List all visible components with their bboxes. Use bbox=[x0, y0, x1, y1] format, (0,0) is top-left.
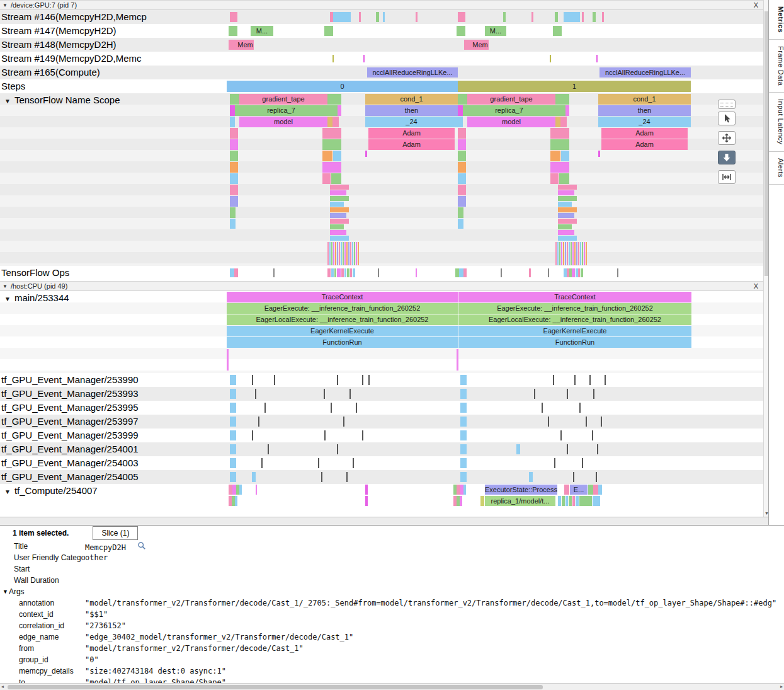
trace-slice[interactable] bbox=[261, 458, 263, 468]
trace-slice[interactable] bbox=[346, 472, 348, 482]
trace-slice[interactable] bbox=[531, 12, 533, 22]
trace-slice[interactable] bbox=[318, 458, 319, 468]
trace-slice[interactable]: M... bbox=[485, 26, 506, 36]
trace-slice[interactable] bbox=[330, 207, 349, 212]
trace-slice[interactable] bbox=[582, 12, 584, 22]
trace-slice[interactable]: EagerKernelExecute bbox=[458, 326, 691, 336]
collapse-arrow-icon[interactable]: ▼ bbox=[4, 296, 11, 302]
trace-slice[interactable] bbox=[363, 55, 365, 62]
trace-slice[interactable] bbox=[576, 496, 579, 506]
trace-slice[interactable] bbox=[350, 242, 351, 265]
cpu-section-header[interactable]: ▼ /host:CPU (pid 49) X bbox=[0, 281, 763, 291]
trace-slice[interactable]: ExecutorState::Process bbox=[485, 485, 557, 495]
trace-slice[interactable] bbox=[550, 55, 551, 62]
trace-slice[interactable] bbox=[597, 444, 598, 454]
trace-slice[interactable] bbox=[460, 417, 467, 427]
trace-slice[interactable] bbox=[458, 173, 466, 184]
trace-slice[interactable]: model bbox=[467, 117, 555, 127]
timeline-track[interactable] bbox=[156, 52, 763, 66]
trace-slice[interactable] bbox=[458, 117, 463, 127]
trace-slice[interactable] bbox=[564, 12, 580, 22]
trace-slice[interactable] bbox=[230, 94, 239, 105]
trace-slice[interactable]: EagerExecute: __inference_train_function… bbox=[227, 303, 458, 314]
trace-slice[interactable]: ncclAllReduceRingLLKe... bbox=[599, 67, 691, 78]
trace-slice[interactable] bbox=[565, 496, 568, 506]
trace-slice[interactable] bbox=[558, 190, 574, 195]
trace-slice[interactable] bbox=[460, 375, 467, 385]
trace-slice[interactable] bbox=[344, 242, 346, 265]
trace-slice[interactable] bbox=[235, 496, 237, 506]
trace-slice[interactable] bbox=[343, 242, 344, 265]
trace-slice[interactable] bbox=[589, 375, 591, 385]
trace-slice[interactable] bbox=[333, 151, 341, 161]
trace-slice[interactable] bbox=[329, 242, 331, 265]
trace-slice[interactable] bbox=[458, 185, 466, 195]
trace-slice[interactable] bbox=[331, 403, 332, 413]
trace-slice[interactable] bbox=[268, 444, 269, 454]
trace-slice[interactable] bbox=[356, 403, 357, 413]
trace-slice[interactable] bbox=[322, 173, 331, 184]
timeline-track[interactable] bbox=[156, 456, 763, 470]
trace-slice[interactable] bbox=[324, 430, 326, 440]
trace-slice[interactable] bbox=[586, 417, 587, 427]
trace-slice[interactable] bbox=[550, 128, 569, 139]
trace-slice[interactable] bbox=[601, 417, 602, 427]
trace-slice[interactable] bbox=[322, 128, 341, 139]
trace-slice[interactable] bbox=[327, 268, 331, 277]
trace-slice[interactable] bbox=[501, 268, 502, 277]
trace-slice[interactable] bbox=[330, 230, 346, 235]
trace-slice[interactable] bbox=[578, 242, 579, 265]
trace-slice[interactable] bbox=[529, 472, 533, 482]
trace-slice[interactable] bbox=[565, 242, 566, 265]
trace-slice[interactable]: EagerLocalExecute: __inference_train_fun… bbox=[458, 314, 691, 325]
scroll-left-arrow-icon[interactable]: ◂ bbox=[1, 684, 4, 690]
trace-slice[interactable] bbox=[457, 26, 465, 36]
trace-slice[interactable] bbox=[331, 268, 334, 277]
trace-slice[interactable] bbox=[337, 375, 338, 385]
trace-slice[interactable] bbox=[350, 268, 352, 277]
trace-slice[interactable] bbox=[365, 151, 367, 157]
trace-slice[interactable]: Mem bbox=[237, 40, 254, 50]
trace-slice[interactable] bbox=[252, 472, 256, 482]
trace-slice[interactable] bbox=[558, 196, 577, 201]
trace-slice[interactable] bbox=[588, 485, 593, 495]
trace-slice[interactable] bbox=[559, 242, 560, 265]
trace-slice[interactable]: M... bbox=[251, 26, 273, 36]
trace-slice[interactable] bbox=[458, 162, 466, 173]
trace-slice[interactable] bbox=[558, 202, 572, 207]
trace-slice[interactable] bbox=[229, 26, 237, 36]
timeline-track[interactable] bbox=[156, 266, 763, 280]
trace-slice[interactable] bbox=[572, 496, 575, 506]
trace-slice[interactable] bbox=[330, 236, 349, 241]
trace-slice[interactable] bbox=[338, 105, 341, 116]
trace-slice[interactable] bbox=[330, 190, 346, 195]
trace-slice[interactable] bbox=[548, 268, 549, 277]
trace-slice[interactable] bbox=[569, 496, 572, 506]
timing-tool-button[interactable] bbox=[718, 170, 736, 184]
trace-slice[interactable] bbox=[230, 196, 238, 207]
timeline-track[interactable]: 01 bbox=[156, 79, 763, 93]
trace-slice[interactable] bbox=[592, 430, 593, 440]
trace-slice[interactable] bbox=[376, 12, 379, 22]
trace-slice[interactable] bbox=[230, 117, 235, 127]
trace-slice[interactable] bbox=[356, 242, 357, 265]
trace-slice[interactable] bbox=[463, 485, 466, 495]
collapse-arrow-icon[interactable]: ▼ bbox=[4, 488, 11, 495]
trace-slice[interactable] bbox=[341, 242, 342, 265]
trace-slice[interactable] bbox=[230, 12, 237, 22]
trace-slice[interactable] bbox=[558, 213, 574, 218]
trace-slice[interactable]: FunctionRun bbox=[227, 337, 458, 348]
trace-slice[interactable]: TraceContext bbox=[458, 292, 691, 302]
trace-slice[interactable] bbox=[330, 224, 344, 229]
trace-slice[interactable] bbox=[333, 242, 334, 265]
trace-slice[interactable] bbox=[353, 458, 354, 468]
trace-slice[interactable] bbox=[576, 242, 577, 265]
timeline-track[interactable]: gradient_tapereplica_7modelcond_1then_24… bbox=[156, 93, 763, 266]
trace-slice[interactable]: TraceContext bbox=[227, 292, 458, 302]
trace-slice[interactable] bbox=[582, 242, 583, 265]
trace-slice[interactable] bbox=[347, 268, 349, 277]
trace-slice[interactable] bbox=[321, 472, 322, 482]
side-tab-metrics[interactable]: Metrics bbox=[769, 0, 784, 40]
trace-slice[interactable] bbox=[274, 375, 275, 385]
trace-slice[interactable] bbox=[230, 219, 236, 229]
